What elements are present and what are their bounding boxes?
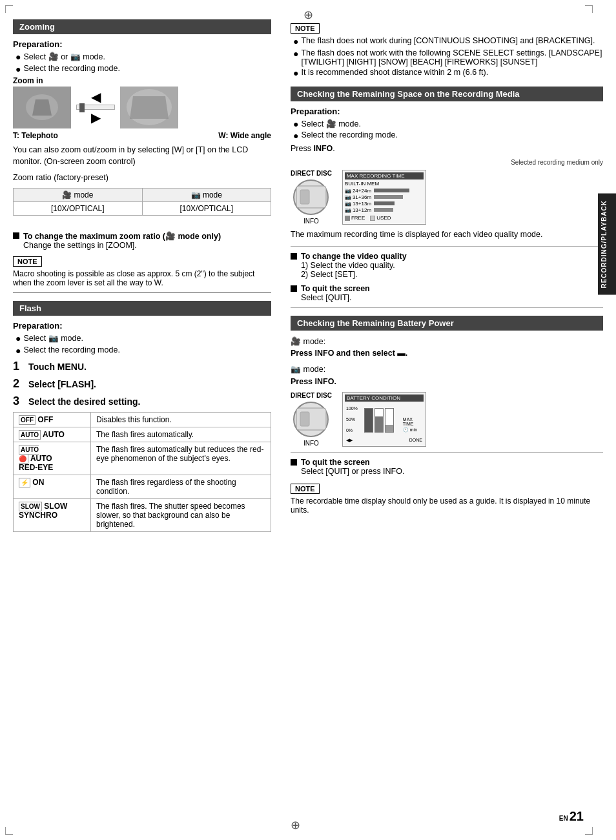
quit-screen-sub: To quit the screen Select [QUIT]. (291, 284, 603, 302)
step-1-text: Touch MENU. (28, 362, 87, 372)
target-symbol-bottom: ⊕ (291, 818, 300, 832)
battery-bar-2 (375, 408, 384, 433)
zoom-ratio-label: Zoom ratio (factory-preset) (13, 172, 271, 184)
built-in-mem-label: BUILT-IN MEM (345, 181, 424, 187)
recording-media-header: Checking the Remaining Space on the Reco… (291, 87, 603, 101)
battery-note-text: The recordable time display should only … (291, 497, 603, 515)
media-bar-3 (374, 201, 395, 205)
right-note-label: NOTE (291, 23, 320, 34)
quit-screen-label: To quit the screen (301, 284, 370, 293)
quit-screen-text: Select [QUIT]. (301, 293, 352, 302)
media-row-4: 📷 13+12m (345, 207, 424, 213)
zoom-images-container: Zoom in ◀ (13, 76, 271, 128)
page-number: 21 (570, 809, 584, 824)
flash-label-slow: SLOW SLOWSYNCHRO (14, 499, 91, 532)
flash-label-on: ⚡ ON (14, 475, 91, 499)
media-battery-divider (291, 307, 603, 308)
media-screen: MAX RECORDING TIME BUILT-IN MEM 📷 24+24m… (342, 170, 426, 225)
right-note-top: NOTE ● The flash does not work during [C… (291, 19, 603, 79)
zooming-divider (13, 292, 271, 293)
step-2-number: 2 (13, 377, 25, 391)
svg-marker-5 (130, 96, 169, 119)
recording-prep-bullet-1: ● Select 🎥 mode. (293, 119, 603, 130)
zoom-text-labels: T: Telephoto W: Wide angle (13, 131, 271, 140)
flash-row-on: ⚡ ON The flash fires regardless of the s… (14, 475, 271, 499)
page-content: Zooming Preparation: ● Select 🎥 or 📷 mod… (0, 0, 616, 840)
video-quality-step2: 2) Select [SET]. (301, 270, 358, 279)
zoom-sub-section-text: Change the settings in [ZOOM]. (23, 241, 137, 250)
battery-disc-area: DIRECT DISC INFO (291, 392, 332, 447)
media-row-2: 📷 31+36m (345, 194, 424, 200)
step-2-text: Select [FLASH]. (28, 379, 96, 389)
step-3-number: 3 (13, 394, 25, 408)
wideangle-label: W: Wide angle (218, 131, 271, 140)
zoom-table-cell-2: [10X/OPTICAL] (142, 201, 271, 215)
battery-note: NOTE The recordable time display should … (291, 480, 603, 515)
media-bar-2 (374, 195, 403, 199)
svg-rect-9 (300, 412, 309, 426)
battery-mode2: 📷 mode: Press INFO. (291, 364, 603, 388)
video-quality-step1: 1) Select the video quality. (301, 261, 395, 270)
wideangle-svg (120, 87, 178, 128)
sub-section-square (13, 232, 19, 239)
zoom-paragraph: You can also zoom out/zoom in by selecti… (13, 144, 271, 169)
battery-info-label: INFO (303, 440, 319, 447)
bullet-dot: ● (15, 52, 21, 63)
battery-percent-labels: 100% 50% 0% (346, 406, 358, 433)
note-bullet-1: ● The flash does not work during [CONTIN… (293, 36, 603, 47)
battery-max-time: MAX TIME 🕐 min (403, 417, 422, 433)
corner-mark-br (585, 827, 593, 835)
svg-rect-7 (300, 190, 309, 204)
right-column: NOTE ● The flash does not work during [C… (284, 19, 603, 821)
video-quality-sub: To change the video quality 1) Select th… (291, 252, 603, 279)
page-num-prefix: EN (559, 815, 568, 822)
disc-placeholder (293, 179, 329, 215)
zoom-table: 🎥 mode 📷 mode [10X/OPTICAL] [10X/OPTICAL… (13, 188, 271, 216)
flash-prep-bullet-2: ● Select the recording mode. (15, 345, 271, 356)
battery-bars (364, 407, 394, 433)
flash-row-slow: SLOW SLOWSYNCHRO The flash fires. The sh… (14, 499, 271, 532)
telephoto-svg (13, 87, 71, 128)
sub-square-2 (291, 285, 297, 292)
flash-step-2: 2 Select [FLASH]. (13, 377, 271, 391)
media-bar-4 (374, 208, 393, 212)
video-quality-label: To change the video quality (301, 252, 407, 261)
bullet-dot: ● (15, 345, 21, 356)
recording-media-diagram: DIRECT DISC INFO MAX RECORDING TIME BUIL… (291, 170, 603, 225)
disc-area: DIRECT DISC INFO (291, 170, 332, 225)
battery-screen: BATTERY CONDITION 100% 50% 0% (342, 392, 426, 447)
zooming-prep-bullet-2: ● Select the recording mode. (15, 64, 271, 75)
zoom-sub-section: To change the maximum zoom ratio (🎥 mode… (13, 231, 271, 250)
battery-screen-title: BATTERY CONDITION (345, 394, 424, 402)
battery-note-label: NOTE (291, 484, 320, 494)
recording-press-info: Press INFO. (291, 143, 603, 155)
selected-only-label: Selected recording medium only (291, 159, 603, 166)
step-3-text: Select the desired setting. (28, 396, 141, 407)
flash-row-auto: AUTO AUTO The flash fires automatically. (14, 427, 271, 442)
zooming-prep-label: Preparation: (13, 39, 271, 49)
flash-prep-label: Preparation: (13, 321, 271, 331)
corner-mark-tr (585, 5, 593, 13)
info-label: INFO (303, 218, 319, 225)
battery-diagram: DIRECT DISC INFO BATTERY CONDITION 100% … (291, 392, 603, 447)
flash-label-off: OFF OFF (14, 413, 91, 427)
note-bullet-3: ● It is recommended shoot distance withi… (293, 68, 603, 79)
flash-desc-auto: The flash fires automatically. (91, 427, 271, 442)
flash-label-auto-red: AUTO🔴 AUTORED-EYE (14, 442, 91, 475)
flash-options-table: OFF OFF Disables this function. AUTO AUT… (13, 412, 271, 532)
right-note-bullets: ● The flash does not work during [CONTIN… (291, 36, 603, 79)
battery-bar-3 (385, 408, 394, 433)
zooming-prep-bullet-1: ● Select 🎥 or 📷 mode. (15, 52, 271, 63)
battery-quit-label: To quit the screen (301, 458, 370, 467)
zoom-in-section: Zoom in ◀ (13, 76, 178, 128)
zoom-slider (76, 105, 115, 110)
note-bullet-2: ● The flash does not work with the follo… (293, 48, 603, 67)
zooming-note-text: Macro shooting is possible as close as a… (13, 269, 271, 287)
battery-hr (291, 452, 603, 453)
battery-direct-disc-label: DIRECT DISC (291, 392, 332, 399)
zoom-sub-section-title: To change the maximum zoom ratio (🎥 mode… (23, 232, 221, 241)
flash-desc-on: The flash fires regardless of the shooti… (91, 475, 271, 499)
left-arrow: ◀ (91, 89, 101, 105)
corner-mark-bl (5, 827, 13, 835)
page-number-area: EN 21 (559, 809, 584, 824)
